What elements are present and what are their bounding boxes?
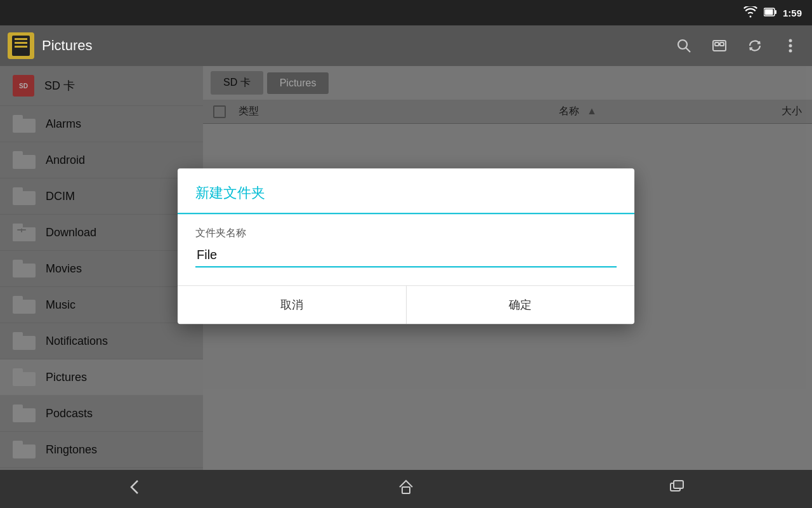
dialog-body: 文件夹名称 xyxy=(178,214,634,285)
dialog-input-wrapper xyxy=(195,245,617,267)
search-button[interactable] xyxy=(670,32,698,60)
svg-line-4 xyxy=(686,48,691,53)
clock: 1:59 xyxy=(783,8,802,18)
dialog-buttons: 取消 确定 xyxy=(178,285,634,324)
status-bar: 1:59 xyxy=(0,0,812,25)
dialog-title: 新建文件夹 xyxy=(178,168,634,214)
svg-rect-7 xyxy=(720,43,724,46)
svg-rect-16 xyxy=(402,487,410,493)
cancel-button[interactable]: 取消 xyxy=(178,286,407,324)
dialog-field-label: 文件夹名称 xyxy=(195,227,617,240)
wifi-icon xyxy=(743,6,757,20)
refresh-button[interactable] xyxy=(741,32,769,60)
app-icon xyxy=(8,32,34,59)
toolbar: Pictures xyxy=(0,25,812,66)
toolbar-title: Pictures xyxy=(42,37,662,54)
bottom-navigation xyxy=(0,470,812,508)
recents-button[interactable] xyxy=(643,473,711,505)
svg-point-9 xyxy=(789,44,792,48)
home-button[interactable] xyxy=(372,473,440,505)
gallery-button[interactable] xyxy=(705,32,733,60)
folder-name-input[interactable] xyxy=(195,245,617,266)
battery-icon xyxy=(764,7,776,19)
svg-rect-6 xyxy=(715,43,719,46)
svg-rect-2 xyxy=(764,9,773,15)
more-button[interactable] xyxy=(776,32,804,60)
svg-point-3 xyxy=(678,40,687,49)
back-button[interactable] xyxy=(101,473,169,505)
svg-point-10 xyxy=(789,50,792,53)
svg-point-8 xyxy=(789,39,792,43)
confirm-button[interactable]: 确定 xyxy=(407,286,635,324)
svg-rect-18 xyxy=(674,481,683,488)
svg-rect-1 xyxy=(775,10,776,14)
new-folder-dialog: 新建文件夹 文件夹名称 取消 确定 xyxy=(178,168,634,324)
